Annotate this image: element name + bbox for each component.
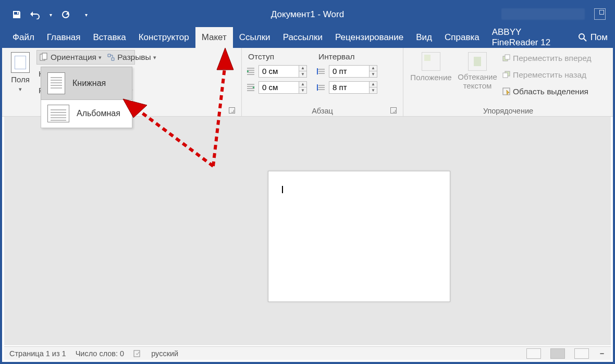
indent-right-input[interactable]: [259, 81, 299, 94]
tab-file[interactable]: Файл: [6, 27, 41, 48]
svg-point-1: [579, 34, 584, 39]
search-icon: [578, 33, 587, 42]
space-after-icon: [316, 82, 327, 93]
group-page-setup: Поля ▾ Ориентация ▾ Номера строк ▾ Расст…: [2, 48, 242, 116]
tab-abbyy[interactable]: ABBYY FineReader 12: [486, 27, 573, 48]
spinner-buttons[interactable]: ▲▼: [370, 65, 377, 78]
tab-mailings[interactable]: Рассылки: [277, 27, 329, 48]
tab-insert[interactable]: Вставка: [87, 27, 132, 48]
status-language[interactable]: русский: [151, 349, 178, 358]
svg-rect-6: [505, 55, 510, 59]
spinner-buttons[interactable]: ▲▼: [299, 65, 307, 78]
svg-line-2: [584, 39, 586, 41]
proofing-icon[interactable]: [133, 349, 142, 358]
bring-forward-label: Переместить вперед: [513, 54, 591, 63]
tab-references[interactable]: Ссылки: [233, 27, 277, 48]
tell-me-search[interactable]: Пом: [573, 27, 613, 48]
svg-rect-8: [503, 73, 508, 78]
breaks-label: Разрывы: [117, 53, 151, 62]
chevron-down-icon: ▾: [153, 54, 156, 61]
ribbon-display-options-icon[interactable]: [594, 8, 606, 20]
undo-icon[interactable]: [29, 8, 42, 21]
ribbon-tabs: Файл Главная Вставка Конструктор Макет С…: [2, 27, 613, 48]
indent-heading: Отступ: [246, 52, 307, 61]
space-before-input[interactable]: [329, 65, 370, 78]
space-before-spinner[interactable]: ▲▼: [316, 65, 377, 78]
view-print-layout-button[interactable]: [550, 348, 565, 359]
position-label: Положение: [410, 73, 451, 82]
title-bar: ▾ ▾ Документ1 - Word: [2, 2, 613, 27]
group-arrange: Положение Обтекание текстом Переместить …: [403, 48, 613, 116]
account-name[interactable]: [501, 8, 585, 20]
tab-help[interactable]: Справка: [438, 27, 486, 48]
dialog-launcher-icon[interactable]: [229, 107, 235, 114]
chevron-down-icon: ▾: [19, 86, 22, 93]
margins-icon: [11, 52, 30, 73]
spinner-buttons[interactable]: ▲▼: [370, 81, 377, 94]
save-icon[interactable]: [10, 8, 23, 21]
position-icon: [422, 52, 440, 71]
document-page[interactable]: [268, 171, 450, 302]
status-page[interactable]: Страница 1 из 1: [9, 349, 66, 358]
landscape-label: Альбомная: [77, 109, 120, 118]
zoom-out-button[interactable]: −: [598, 349, 606, 358]
quick-access-toolbar: ▾ ▾: [2, 8, 89, 21]
indent-left-input[interactable]: [259, 65, 299, 78]
status-bar: Страница 1 из 1 Число слов: 0 русский −: [4, 346, 611, 360]
group-label-paragraph: Абзац: [246, 106, 399, 115]
portrait-icon: [47, 72, 65, 94]
redo-icon[interactable]: [59, 8, 72, 21]
send-backward-button: Переместить назад: [500, 68, 593, 82]
undo-menu-caret-icon[interactable]: ▾: [48, 8, 53, 21]
selection-pane-icon: [502, 87, 511, 96]
tab-design[interactable]: Конструктор: [132, 27, 195, 48]
space-before-icon: [316, 66, 327, 77]
spacing-heading: Интервал: [316, 52, 377, 61]
text-cursor: [282, 186, 283, 193]
indent-left-icon: [246, 66, 256, 77]
wrap-text-icon: [468, 52, 487, 71]
selection-pane-button[interactable]: Область выделения: [500, 84, 593, 99]
selection-pane-label: Область выделения: [513, 87, 588, 96]
view-read-mode-button[interactable]: [526, 348, 541, 359]
portrait-label: Книжная: [72, 79, 106, 88]
bring-forward-icon: [502, 54, 511, 62]
orientation-portrait-item[interactable]: Книжная: [41, 67, 132, 100]
bring-forward-button: Переместить вперед: [500, 51, 593, 66]
indent-right-spinner[interactable]: ▲▼: [246, 81, 307, 94]
landscape-icon: [47, 105, 69, 122]
wrap-text-label: Обтекание текстом: [454, 73, 500, 90]
breaks-icon: [107, 53, 115, 61]
space-after-input[interactable]: [329, 81, 370, 94]
window-title: Документ1 - Word: [271, 9, 344, 20]
group-label-arrange: Упорядочение: [408, 106, 609, 115]
breaks-button[interactable]: Разрывы ▾: [105, 50, 158, 65]
orientation-dropdown: Книжная Альбомная: [41, 67, 132, 128]
ribbon: Поля ▾ Ориентация ▾ Номера строк ▾ Расст…: [2, 48, 613, 117]
group-paragraph: Отступ ▲▼ ▲▼ Интервал ▲▼: [242, 48, 403, 116]
send-backward-icon: [502, 71, 511, 79]
status-word-count[interactable]: Число слов: 0: [76, 349, 125, 358]
spinner-buttons[interactable]: ▲▼: [299, 81, 307, 94]
send-backward-label: Переместить назад: [513, 70, 586, 80]
tab-home[interactable]: Главная: [41, 27, 87, 48]
tab-layout[interactable]: Макет: [195, 27, 233, 48]
orientation-landscape-item[interactable]: Альбомная: [41, 99, 132, 128]
dialog-launcher-icon[interactable]: [390, 107, 397, 114]
space-after-spinner[interactable]: ▲▼: [316, 81, 377, 94]
indent-left-spinner[interactable]: ▲▼: [246, 65, 307, 78]
svg-rect-9: [503, 88, 510, 95]
tab-review[interactable]: Рецензирование: [329, 27, 410, 48]
wrap-text-button: Обтекание текстом: [454, 50, 500, 106]
view-web-layout-button[interactable]: [574, 348, 589, 359]
position-button: Положение: [408, 50, 454, 106]
qat-customize-caret-icon[interactable]: ▾: [83, 8, 89, 21]
indent-right-icon: [246, 82, 256, 93]
tab-view[interactable]: Вид: [410, 27, 438, 48]
svg-rect-12: [134, 350, 140, 357]
tell-me-label: Пом: [591, 32, 608, 43]
